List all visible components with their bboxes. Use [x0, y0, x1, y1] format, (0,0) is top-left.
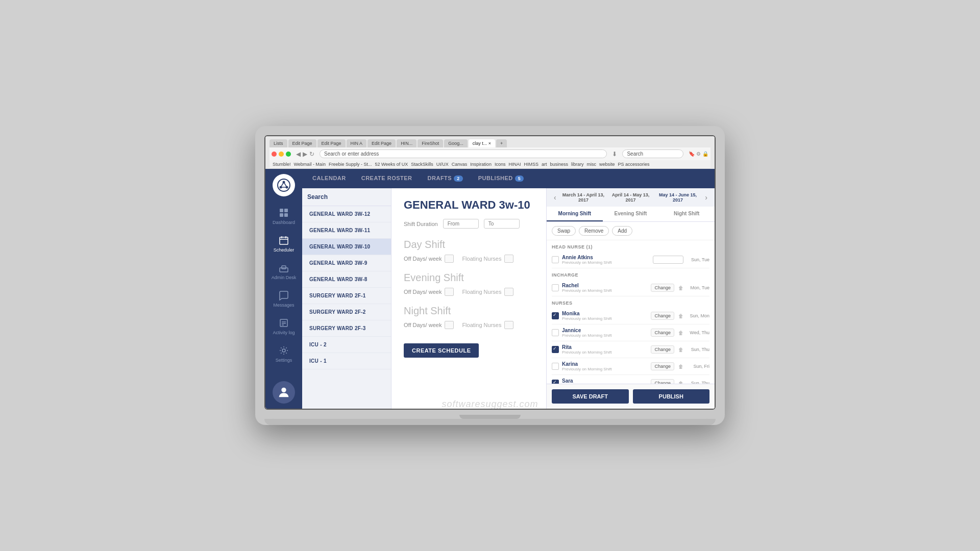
- browser-tab-fireshot[interactable]: FireShot: [418, 139, 443, 147]
- bookmark-canvas[interactable]: Canvas: [452, 162, 468, 167]
- night-floating-checkbox[interactable]: [504, 321, 513, 329]
- shift-duration-from[interactable]: [443, 219, 479, 229]
- app-logo[interactable]: [273, 174, 295, 196]
- remove-button[interactable]: Remove: [579, 226, 609, 236]
- bookmark-freebie[interactable]: Freebie Supply - St...: [329, 162, 372, 167]
- tab-drafts[interactable]: DRAFTS2: [428, 169, 463, 188]
- nurse-checkbox-karina[interactable]: [552, 363, 559, 370]
- bookmark-stackskills[interactable]: StackSkills: [411, 162, 433, 167]
- prev-date-arrow[interactable]: ‹: [552, 193, 558, 202]
- add-button[interactable]: Add: [612, 226, 632, 236]
- swap-button[interactable]: Swap: [552, 226, 576, 236]
- delete-icon-monika[interactable]: 🗑: [678, 313, 683, 319]
- browser-tab-lists[interactable]: Lists: [270, 139, 287, 147]
- bookmark-52weeks[interactable]: 52 Weeks of UX: [375, 162, 408, 167]
- ward-item-6[interactable]: SURGERY WARD 2F-2: [302, 304, 391, 320]
- tab-published[interactable]: PUBLISHED5: [478, 169, 524, 188]
- save-draft-button[interactable]: SAVE DRAFT: [552, 389, 629, 404]
- publish-button[interactable]: PUBLISH: [633, 389, 710, 404]
- date-range-1[interactable]: March 14 - April 13, 2017: [561, 192, 606, 203]
- bookmark-hinai[interactable]: HINAI: [508, 162, 521, 167]
- bookmark-library[interactable]: library: [571, 162, 584, 167]
- nurse-checkbox-sara[interactable]: [552, 380, 559, 384]
- bookmark-icons[interactable]: Icons: [495, 162, 506, 167]
- bookmark-art[interactable]: art: [542, 162, 547, 167]
- change-button-monika[interactable]: Change: [651, 312, 674, 320]
- close-button[interactable]: [272, 152, 277, 157]
- sidebar-item-settings[interactable]: Settings: [265, 341, 302, 367]
- change-button-rita[interactable]: Change: [651, 345, 674, 354]
- ward-item-8[interactable]: ICU - 2: [302, 337, 391, 353]
- tab-night-shift[interactable]: Night Shift: [658, 207, 715, 221]
- browser-search[interactable]: Search: [622, 149, 683, 158]
- browser-tab-active[interactable]: clay t... ×: [469, 139, 495, 147]
- delete-icon-jannice[interactable]: 🗑: [678, 330, 683, 336]
- nurse-checkbox-rachel[interactable]: [552, 284, 559, 291]
- sidebar-item-messages[interactable]: Messages: [265, 286, 302, 312]
- bookmark-webmail[interactable]: Webmail - Main: [294, 162, 326, 167]
- next-date-arrow[interactable]: ›: [703, 193, 709, 202]
- nurse-input-annie[interactable]: [653, 256, 683, 264]
- bookmark-stumble[interactable]: Stumble!: [273, 162, 291, 167]
- minimize-button[interactable]: [279, 152, 284, 157]
- bookmark-inspiration[interactable]: Inspiration: [470, 162, 492, 167]
- change-button-karina[interactable]: Change: [651, 362, 674, 370]
- sidebar-item-dashboard[interactable]: Dashboard: [265, 204, 302, 229]
- tab-create-roster[interactable]: CREATE ROSTER: [361, 169, 412, 188]
- night-off-days-checkbox[interactable]: [445, 321, 454, 329]
- ward-item-7[interactable]: SURGERY WARD 2F-3: [302, 320, 391, 337]
- search-box[interactable]: Search: [302, 188, 391, 206]
- browser-tab-hin2[interactable]: HIN...: [397, 139, 416, 147]
- browser-tab-editpage1[interactable]: Edit Page: [288, 139, 316, 147]
- bookmark-misc[interactable]: misc: [587, 162, 597, 167]
- ward-item-4[interactable]: GENERAL WARD 3W-8: [302, 271, 391, 288]
- tab-evening-shift[interactable]: Evening Shift: [603, 207, 659, 221]
- address-bar[interactable]: Search or enter address: [320, 149, 607, 158]
- delete-icon-rachel[interactable]: 🗑: [678, 285, 683, 291]
- delete-icon-rita[interactable]: 🗑: [678, 347, 683, 353]
- evening-floating-checkbox[interactable]: [504, 288, 513, 296]
- ward-item-9[interactable]: ICU - 1: [302, 353, 391, 369]
- bookmark-uiux[interactable]: UI/UX: [436, 162, 449, 167]
- user-avatar[interactable]: [273, 381, 295, 404]
- tab-calendar[interactable]: CALENDAR: [312, 169, 346, 188]
- bookmark-himss[interactable]: HIMSS: [524, 162, 538, 167]
- nurse-checkbox-monika[interactable]: [552, 312, 559, 319]
- nurse-checkbox-jannice[interactable]: [552, 329, 559, 336]
- forward-icon[interactable]: ▶: [303, 151, 307, 158]
- sidebar-item-scheduler[interactable]: Scheduler: [265, 231, 302, 257]
- maximize-button[interactable]: [286, 152, 291, 157]
- date-range-2[interactable]: April 14 - May 13, 2017: [608, 192, 653, 203]
- date-range-3[interactable]: May 14 - June 15, 2017: [656, 192, 700, 203]
- ward-item-1[interactable]: GENERAL WARD 3W-11: [302, 222, 391, 239]
- tab-morning-shift[interactable]: Morning Shift: [547, 207, 603, 221]
- shift-duration-to[interactable]: [484, 219, 520, 229]
- browser-tab-hin[interactable]: HIN A: [347, 139, 367, 147]
- create-schedule-button[interactable]: CREATE SCHEDULE: [404, 343, 479, 358]
- day-floating-checkbox[interactable]: [504, 255, 513, 263]
- nurse-checkbox-rita[interactable]: [552, 346, 559, 353]
- browser-tab-editpage3[interactable]: Edit Page: [368, 139, 396, 147]
- ward-item-0[interactable]: GENERAL WARD 3W-12: [302, 206, 391, 222]
- ward-item-3[interactable]: GENERAL WARD 3W-9: [302, 255, 391, 271]
- browser-tab-new[interactable]: +: [496, 139, 507, 147]
- download-icon[interactable]: ⬇: [612, 151, 617, 158]
- bookmark-website[interactable]: website: [599, 162, 615, 167]
- back-icon[interactable]: ◀: [296, 151, 301, 158]
- bookmark-business[interactable]: business: [550, 162, 568, 167]
- day-off-days-checkbox[interactable]: [445, 255, 454, 263]
- reload-icon[interactable]: ↻: [309, 151, 314, 158]
- sidebar-item-activity[interactable]: Activity log: [265, 314, 302, 339]
- change-button-rachel[interactable]: Change: [651, 284, 674, 292]
- ward-item-2[interactable]: GENERAL WARD 3W-10: [302, 239, 391, 255]
- nurse-checkbox-annie[interactable]: [552, 256, 559, 263]
- change-button-sara[interactable]: Change: [651, 379, 674, 384]
- evening-off-days-checkbox[interactable]: [445, 288, 454, 296]
- bookmark-ps[interactable]: PS accessories: [618, 162, 650, 167]
- delete-icon-karina[interactable]: 🗑: [678, 364, 683, 369]
- browser-tab-google[interactable]: Goog...: [444, 139, 468, 147]
- sidebar-item-admindesk[interactable]: Admin Desk: [265, 259, 302, 284]
- browser-tab-editpage2[interactable]: Edit Page: [317, 139, 346, 147]
- ward-item-5[interactable]: SURGERY WARD 2F-1: [302, 288, 391, 304]
- change-button-jannice[interactable]: Change: [651, 329, 674, 337]
